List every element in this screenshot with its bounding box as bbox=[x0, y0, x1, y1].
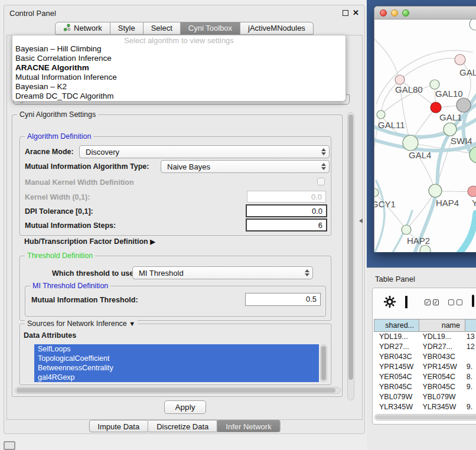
network-node[interactable] bbox=[374, 188, 379, 197]
table-panel: Table Panel bbox=[367, 268, 476, 450]
column-header-a[interactable]: A bbox=[465, 319, 476, 332]
export-table-icon[interactable] bbox=[472, 296, 474, 306]
network-node[interactable] bbox=[431, 102, 441, 113]
zoom-traffic-light-icon[interactable] bbox=[402, 9, 409, 17]
tab-network[interactable]: Network bbox=[55, 22, 110, 35]
control-panel-content: gal-filtered sif default node Select alg… bbox=[6, 35, 363, 420]
hub-definition-expander[interactable]: Hub/Transcription Factor Definition ▶ bbox=[24, 237, 155, 246]
mi-threshold-definition-title: MI Threshold Definition bbox=[30, 282, 110, 290]
bottom-tab-discretize-data[interactable]: Discretize Data bbox=[148, 420, 217, 432]
network-node[interactable] bbox=[377, 110, 385, 119]
collapsed-panel-icon[interactable] bbox=[4, 441, 15, 450]
node-label: SWI4 bbox=[451, 136, 472, 146]
minimize-traffic-light-icon[interactable] bbox=[391, 9, 398, 17]
close-panel-icon[interactable]: ✕ bbox=[353, 8, 359, 17]
network-node[interactable] bbox=[457, 98, 471, 112]
network-canvas[interactable]: GALGAL80GAL10GAL1SWI4GAL11GAL4GCY1HAP4YH… bbox=[374, 19, 476, 252]
node-label: GAL1 bbox=[439, 112, 462, 122]
table-row[interactable]: YBR045CYBR045C9. bbox=[374, 382, 476, 392]
network-node[interactable] bbox=[444, 123, 457, 136]
algorithm-option-basic-correlation-inference[interactable]: Basic Correlation Inference bbox=[12, 54, 345, 63]
table-panel-title: Table Panel bbox=[375, 275, 415, 283]
show-columns-icon[interactable]: ✓✓ bbox=[425, 299, 439, 305]
attribute-item-selfloops[interactable]: SelfLoops bbox=[34, 344, 319, 354]
table-row[interactable]: YDL19...YDL19...13 bbox=[374, 332, 476, 342]
node-label: GAL10 bbox=[435, 89, 463, 99]
algorithm-option-bayesian-k2[interactable]: Bayesian – K2 bbox=[12, 82, 345, 92]
settings-vertical-scrollbar[interactable] bbox=[347, 112, 354, 400]
control-panel-window: Control Panel ✕ NetworkStyleSelectCyni T… bbox=[4, 5, 365, 434]
network-node[interactable] bbox=[403, 135, 418, 151]
dpi-tolerance-field[interactable]: 0.0 bbox=[246, 204, 327, 217]
split-view-icon[interactable] bbox=[405, 297, 407, 308]
table-horizontal-scrollbar[interactable] bbox=[374, 414, 476, 420]
aracne-mode-combo[interactable]: Discovery bbox=[79, 145, 330, 158]
mi-threshold-field[interactable]: 0.5 bbox=[245, 293, 321, 306]
column-header-shared[interactable]: shared... bbox=[374, 319, 419, 332]
network-node[interactable] bbox=[470, 19, 476, 30]
gear-icon[interactable] bbox=[383, 295, 396, 311]
algorithm-option-aracne-algorithm[interactable]: ARACNE Algorithm bbox=[12, 63, 345, 73]
hide-columns-icon[interactable] bbox=[448, 299, 462, 305]
algorithm-definition-title: Algorithm Definition bbox=[25, 132, 93, 141]
table-cell: YLR345W bbox=[374, 402, 417, 412]
aracne-mode-label: Aracne Mode: bbox=[25, 148, 74, 156]
kernel-width-field[interactable]: 0.0 bbox=[247, 191, 326, 203]
tab-cyni-toolbox[interactable]: Cyni Toolbox bbox=[181, 22, 240, 35]
table-row[interactable]: YER054CYER054C8. bbox=[374, 372, 476, 382]
close-traffic-light-icon[interactable] bbox=[380, 9, 387, 17]
settings-horizontal-scrollbar[interactable] bbox=[15, 387, 341, 394]
table-cell: YDL19... bbox=[417, 332, 461, 342]
table-row[interactable]: YDR27...YDR27...12 bbox=[374, 342, 476, 352]
mi-threshold-label: Mutual Information Threshold: bbox=[31, 296, 138, 304]
algorithm-option-mutual-information-inference[interactable]: Mutual Information Inference bbox=[12, 73, 345, 82]
tab-label: jActiveMNodules bbox=[248, 24, 305, 32]
which-threshold-combo[interactable]: MI Threshold bbox=[132, 266, 313, 279]
table-cell: YER054C bbox=[374, 372, 417, 382]
bottom-tab-impute-data[interactable]: Impute Data bbox=[89, 420, 148, 432]
network-window-titlebar[interactable] bbox=[374, 6, 476, 19]
sources-title-text: Sources for Network Inference bbox=[27, 319, 127, 328]
manual-kernel-width-checkbox[interactable] bbox=[317, 178, 325, 185]
network-node[interactable] bbox=[429, 184, 442, 197]
sources-group-title[interactable]: Sources for Network Inference ▼ bbox=[25, 319, 138, 328]
control-panel-tabs: NetworkStyleSelectCyni ToolboxjActiveMNo… bbox=[4, 22, 364, 35]
threshold-definition-title: Threshold Definition bbox=[25, 252, 95, 260]
algorithm-dropdown-popup: Select algorithm to view settings Bayesi… bbox=[12, 35, 346, 102]
network-node[interactable] bbox=[430, 80, 439, 89]
table-row[interactable]: YPR145WYPR145W9. bbox=[374, 362, 476, 372]
panel-resize-handle[interactable] bbox=[359, 219, 363, 223]
network-node[interactable] bbox=[468, 186, 476, 197]
network-icon bbox=[63, 24, 71, 33]
attribute-item-betweennesscentrality[interactable]: BetweennessCentrality bbox=[34, 363, 319, 373]
table-cell: 9. bbox=[461, 402, 476, 412]
float-panel-icon[interactable] bbox=[343, 10, 348, 16]
network-node[interactable] bbox=[420, 245, 431, 252]
table-row[interactable]: YLR345WYLR345W9. bbox=[374, 402, 476, 412]
tab-select[interactable]: Select bbox=[144, 22, 181, 35]
screen: Control Panel ✕ NetworkStyleSelectCyni T… bbox=[0, 0, 476, 450]
tab-style[interactable]: Style bbox=[110, 22, 144, 35]
attributes-list-scrollbar[interactable] bbox=[320, 344, 327, 382]
tab-jactivemnodules[interactable]: jActiveMNodules bbox=[240, 22, 314, 35]
network-node[interactable] bbox=[455, 54, 465, 65]
table-row[interactable]: YBR043CYBR043C bbox=[374, 352, 476, 362]
mi-algorithm-type-combo[interactable]: Naive Bayes bbox=[161, 160, 330, 173]
attribute-item-gal4rgexp[interactable]: gal4RGexp bbox=[34, 373, 319, 382]
table-cell bbox=[461, 392, 476, 402]
network-node[interactable] bbox=[402, 225, 411, 234]
bottom-tab-infer-network[interactable]: Infer Network bbox=[217, 420, 280, 432]
network-node[interactable] bbox=[470, 146, 476, 163]
attribute-item-topologicalcoefficient[interactable]: TopologicalCoefficient bbox=[34, 354, 319, 363]
algorithm-option-bayesian-hill-climbing[interactable]: Bayesian – Hill Climbing bbox=[12, 44, 345, 54]
column-header-name[interactable]: name bbox=[419, 319, 465, 332]
apply-button[interactable]: Apply bbox=[164, 400, 206, 414]
table-cell: YDR27... bbox=[417, 342, 461, 352]
algorithm-option-dream8-dc-tdc-algorithm[interactable]: Dream8 DC_TDC Algorithm bbox=[12, 92, 345, 101]
network-node[interactable] bbox=[395, 75, 405, 84]
table-row[interactable]: YBL079WYBL079W bbox=[374, 392, 476, 402]
table-cell: YER054C bbox=[417, 372, 461, 382]
mi-steps-field[interactable]: 6 bbox=[246, 219, 327, 231]
node-label: HAP2 bbox=[407, 236, 430, 246]
node-label: HAP4 bbox=[436, 198, 459, 208]
